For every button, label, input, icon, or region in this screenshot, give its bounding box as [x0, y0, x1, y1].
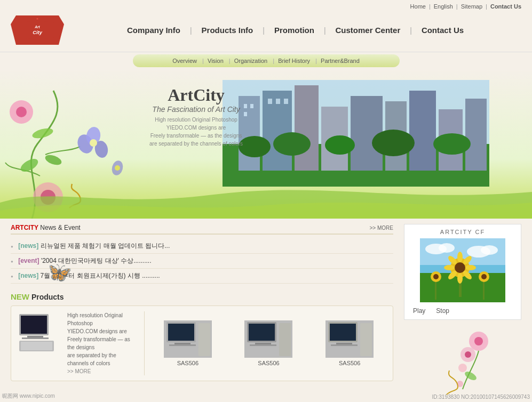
svg-rect-32: [268, 99, 272, 104]
product-item-1: SAS506: [164, 320, 212, 366]
nav-company[interactable]: Company Info: [117, 26, 190, 35]
svg-rect-61: [331, 344, 358, 346]
svg-point-74: [457, 252, 463, 262]
svg-point-37: [325, 135, 355, 155]
svg-rect-53: [249, 324, 275, 341]
svg-rect-47: [168, 324, 194, 341]
svg-text:Art: Art: [34, 25, 40, 29]
svg-point-75: [457, 273, 463, 284]
header: Art City Company Info | Products Info | …: [0, 13, 532, 52]
cf-title: ARTCITY CF: [409, 229, 517, 235]
svg-rect-30: [250, 104, 253, 108]
sub-nav-wrap: Overview Vision Organization Brief Histo…: [0, 54, 532, 67]
svg-point-67: [439, 243, 455, 253]
svg-rect-55: [250, 344, 276, 346]
sub-nav: Overview Vision Organization Brief Histo…: [133, 54, 400, 67]
product-item-3: SAS506: [325, 320, 374, 366]
news-section-title: ARTCITY News & Event: [11, 224, 81, 231]
svg-rect-59: [330, 324, 356, 341]
nav-promotion[interactable]: Promotion: [265, 26, 324, 35]
svg-rect-34: [284, 99, 288, 104]
butterfly-decoration: 🦋: [48, 261, 72, 284]
subnav-history[interactable]: Brief History: [273, 57, 315, 65]
svg-rect-28: [465, 99, 487, 171]
product-image-3: [325, 320, 374, 358]
svg-rect-51: [198, 323, 210, 356]
svg-rect-54: [255, 343, 271, 344]
featured-product-desc: High resolution Original Photoshop YIEDO…: [67, 311, 139, 375]
svg-point-35: [239, 136, 271, 157]
news-more-link[interactable]: >> MORE: [370, 225, 393, 231]
stop-button[interactable]: Stop: [436, 307, 449, 315]
svg-point-6: [16, 107, 27, 117]
featured-product-image: [17, 311, 62, 354]
svg-text:City: City: [33, 30, 42, 35]
nav-products[interactable]: Products Info: [192, 26, 263, 35]
hero-section: ArtCity The Fascination of Art City High…: [0, 69, 532, 219]
hero-subtitle: The Fascination of Art City: [149, 105, 243, 114]
play-button[interactable]: Play: [413, 307, 425, 315]
sitemap-link[interactable]: Sitemap: [461, 3, 482, 10]
product-image-2: [244, 320, 292, 358]
svg-point-39: [433, 133, 471, 155]
products-header: NEW Products: [11, 292, 393, 301]
svg-point-10: [90, 139, 97, 147]
cf-section: ARTCITY CF: [404, 224, 521, 320]
svg-rect-60: [336, 343, 352, 344]
subnav-vision[interactable]: Vision: [202, 57, 229, 65]
svg-rect-41: [21, 316, 47, 334]
english-link[interactable]: English: [434, 3, 453, 10]
svg-rect-22: [295, 85, 319, 171]
product-item-2: SAS506: [244, 320, 292, 366]
home-link[interactable]: Home: [410, 3, 426, 10]
top-bar: Home | English | Sitemap | Contact Us: [0, 0, 532, 13]
svg-point-84: [433, 274, 439, 279]
hero-title: ArtCity: [149, 85, 243, 105]
subnav-organization[interactable]: Organization: [229, 57, 273, 65]
svg-point-91: [465, 351, 471, 358]
content-area: 🦋 ARTCITY News & Event >> MORE [news] 리뉴…: [0, 219, 532, 402]
svg-point-36: [273, 132, 311, 156]
products-grid: High resolution Original Photoshop YIEDO…: [11, 305, 393, 381]
featured-more-link[interactable]: >> MORE: [67, 367, 139, 375]
svg-rect-62: [328, 347, 360, 357]
svg-point-4: [37, 18, 38, 20]
cf-image: [420, 238, 505, 302]
svg-rect-24: [351, 96, 383, 171]
watermark: 昵图网 www.nipic.com: [2, 392, 55, 400]
svg-point-77: [465, 265, 476, 270]
content-right: ARTCITY CF: [404, 224, 521, 402]
svg-rect-33: [276, 99, 280, 104]
logo-text: Art City: [11, 15, 64, 45]
subnav-overview[interactable]: Overview: [167, 57, 202, 65]
svg-rect-45: [21, 342, 52, 350]
svg-rect-49: [169, 344, 196, 346]
svg-rect-57: [279, 323, 291, 356]
content-left: 🦋 ARTCITY News & Event >> MORE [news] 리뉴…: [11, 224, 393, 402]
product-items: SAS506 SAS506: [150, 311, 387, 375]
svg-point-76: [444, 265, 455, 270]
contact-topbar-link[interactable]: Contact Us: [490, 3, 521, 10]
svg-point-69: [481, 245, 498, 255]
svg-rect-42: [27, 336, 43, 337]
svg-rect-56: [247, 347, 279, 357]
svg-rect-50: [166, 347, 198, 357]
svg-point-87: [481, 274, 487, 279]
svg-rect-31: [244, 112, 247, 116]
svg-rect-43: [22, 337, 49, 339]
nav-customer[interactable]: Customer Center: [326, 26, 410, 35]
svg-rect-29: [244, 104, 247, 108]
svg-point-89: [474, 337, 483, 345]
subnav-partner[interactable]: Partner&Brand: [315, 57, 365, 65]
svg-point-12: [115, 165, 120, 171]
city-skyline: [223, 80, 489, 187]
main-nav: Company Info | Products Info | Promotion…: [69, 26, 521, 35]
nav-contact[interactable]: Contact Us: [412, 26, 473, 35]
product-image-1: [164, 320, 212, 358]
logo[interactable]: Art City: [5, 13, 69, 47]
svg-point-92: [458, 364, 467, 372]
id-bar: ID:3193830 NO:20100107145626009743: [432, 394, 530, 400]
news-header: ARTCITY News & Event >> MORE: [11, 224, 393, 235]
svg-rect-63: [360, 323, 372, 356]
hero-desc: High resolution Original Photoshop YIEDO…: [149, 116, 243, 148]
